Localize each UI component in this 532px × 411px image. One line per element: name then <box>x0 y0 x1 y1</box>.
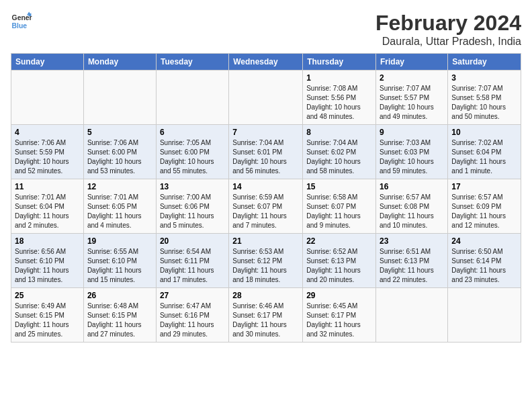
calendar-cell: 26Sunrise: 6:48 AM Sunset: 6:15 PM Dayli… <box>83 288 156 342</box>
title-area: February 2024 Daurala, Uttar Pradesh, In… <box>375 11 521 48</box>
day-info: Sunrise: 7:04 AM Sunset: 6:01 PM Dayligh… <box>232 138 299 176</box>
calendar-cell: 13Sunrise: 7:00 AM Sunset: 6:06 PM Dayli… <box>156 179 228 234</box>
calendar-week-row: 1Sunrise: 7:08 AM Sunset: 5:56 PM Daylig… <box>11 71 521 125</box>
day-number: 22 <box>306 236 372 246</box>
day-number: 25 <box>15 291 80 300</box>
calendar-cell: 29Sunrise: 6:45 AM Sunset: 6:17 PM Dayli… <box>303 288 376 342</box>
day-number: 21 <box>232 236 299 246</box>
weekday-header: Monday <box>83 54 156 71</box>
day-number: 9 <box>380 128 444 137</box>
day-info: Sunrise: 6:51 AM Sunset: 6:13 PM Dayligh… <box>380 247 444 285</box>
day-number: 28 <box>232 291 299 300</box>
day-info: Sunrise: 7:06 AM Sunset: 5:59 PM Dayligh… <box>15 138 80 176</box>
weekday-header: Tuesday <box>156 54 228 71</box>
day-info: Sunrise: 6:45 AM Sunset: 6:17 PM Dayligh… <box>306 302 372 339</box>
day-number: 13 <box>160 182 225 191</box>
weekday-header: Saturday <box>448 54 521 71</box>
day-info: Sunrise: 6:50 AM Sunset: 6:14 PM Dayligh… <box>451 247 517 285</box>
calendar-cell: 7Sunrise: 7:04 AM Sunset: 6:01 PM Daylig… <box>229 125 303 179</box>
calendar-cell: 23Sunrise: 6:51 AM Sunset: 6:13 PM Dayli… <box>376 234 448 288</box>
logo-icon: General Blue <box>11 11 32 32</box>
calendar-cell: 17Sunrise: 6:57 AM Sunset: 6:09 PM Dayli… <box>448 179 521 234</box>
calendar-cell: 6Sunrise: 7:05 AM Sunset: 6:00 PM Daylig… <box>156 125 228 179</box>
calendar-cell: 12Sunrise: 7:01 AM Sunset: 6:05 PM Dayli… <box>83 179 156 234</box>
calendar-body: 1Sunrise: 7:08 AM Sunset: 5:56 PM Daylig… <box>11 71 521 342</box>
day-number: 10 <box>451 128 517 137</box>
day-info: Sunrise: 7:03 AM Sunset: 6:03 PM Dayligh… <box>380 138 444 176</box>
calendar-week-row: 4Sunrise: 7:06 AM Sunset: 5:59 PM Daylig… <box>11 125 521 179</box>
calendar-cell <box>11 71 84 125</box>
day-info: Sunrise: 6:52 AM Sunset: 6:13 PM Dayligh… <box>306 247 372 285</box>
calendar-cell: 27Sunrise: 6:47 AM Sunset: 6:16 PM Dayli… <box>156 288 228 342</box>
day-number: 8 <box>306 128 372 137</box>
day-info: Sunrise: 7:00 AM Sunset: 6:06 PM Dayligh… <box>160 193 225 230</box>
day-info: Sunrise: 7:04 AM Sunset: 6:02 PM Dayligh… <box>306 138 372 176</box>
day-number: 14 <box>232 182 299 191</box>
calendar-cell <box>376 288 448 342</box>
calendar-cell: 20Sunrise: 6:54 AM Sunset: 6:11 PM Dayli… <box>156 234 228 288</box>
day-info: Sunrise: 6:48 AM Sunset: 6:15 PM Dayligh… <box>87 302 152 339</box>
day-number: 15 <box>306 182 372 191</box>
day-number: 27 <box>160 291 225 300</box>
day-number: 17 <box>451 182 517 191</box>
day-number: 29 <box>306 291 372 300</box>
calendar-cell: 15Sunrise: 6:58 AM Sunset: 6:07 PM Dayli… <box>303 179 376 234</box>
header: General Blue February 2024 Daurala, Utta… <box>11 11 521 48</box>
day-info: Sunrise: 6:54 AM Sunset: 6:11 PM Dayligh… <box>160 247 225 285</box>
day-number: 7 <box>232 128 299 137</box>
day-info: Sunrise: 6:59 AM Sunset: 6:07 PM Dayligh… <box>232 193 299 230</box>
day-number: 23 <box>380 236 444 246</box>
day-info: Sunrise: 7:07 AM Sunset: 5:57 PM Dayligh… <box>380 84 444 122</box>
day-number: 3 <box>451 73 517 83</box>
calendar-cell: 10Sunrise: 7:02 AM Sunset: 6:04 PM Dayli… <box>448 125 521 179</box>
calendar-cell: 16Sunrise: 6:57 AM Sunset: 6:08 PM Dayli… <box>376 179 448 234</box>
calendar-cell: 24Sunrise: 6:50 AM Sunset: 6:14 PM Dayli… <box>448 234 521 288</box>
day-number: 18 <box>15 236 80 246</box>
calendar-cell: 18Sunrise: 6:56 AM Sunset: 6:10 PM Dayli… <box>11 234 84 288</box>
day-info: Sunrise: 7:02 AM Sunset: 6:04 PM Dayligh… <box>451 138 517 176</box>
day-number: 2 <box>380 73 444 83</box>
day-number: 6 <box>160 128 225 137</box>
day-info: Sunrise: 6:55 AM Sunset: 6:10 PM Dayligh… <box>87 247 152 285</box>
day-number: 11 <box>15 182 80 191</box>
day-number: 5 <box>87 128 152 137</box>
svg-text:Blue: Blue <box>12 22 28 30</box>
day-info: Sunrise: 6:57 AM Sunset: 6:09 PM Dayligh… <box>451 193 517 230</box>
day-info: Sunrise: 6:47 AM Sunset: 6:16 PM Dayligh… <box>160 302 225 339</box>
calendar-cell: 11Sunrise: 7:01 AM Sunset: 6:04 PM Dayli… <box>11 179 84 234</box>
calendar-cell: 28Sunrise: 6:46 AM Sunset: 6:17 PM Dayli… <box>229 288 303 342</box>
day-info: Sunrise: 6:56 AM Sunset: 6:10 PM Dayligh… <box>15 247 80 285</box>
calendar-cell: 1Sunrise: 7:08 AM Sunset: 5:56 PM Daylig… <box>303 71 376 125</box>
calendar-cell: 22Sunrise: 6:52 AM Sunset: 6:13 PM Dayli… <box>303 234 376 288</box>
calendar-cell: 25Sunrise: 6:49 AM Sunset: 6:15 PM Dayli… <box>11 288 84 342</box>
day-info: Sunrise: 6:58 AM Sunset: 6:07 PM Dayligh… <box>306 193 372 230</box>
calendar-cell: 3Sunrise: 7:07 AM Sunset: 5:58 PM Daylig… <box>448 71 521 125</box>
calendar-cell: 5Sunrise: 7:06 AM Sunset: 6:00 PM Daylig… <box>83 125 156 179</box>
calendar-cell: 8Sunrise: 7:04 AM Sunset: 6:02 PM Daylig… <box>303 125 376 179</box>
day-info: Sunrise: 7:06 AM Sunset: 6:00 PM Dayligh… <box>87 138 152 176</box>
location-title: Daurala, Uttar Pradesh, India <box>375 36 521 48</box>
day-number: 24 <box>451 236 517 246</box>
calendar-cell: 2Sunrise: 7:07 AM Sunset: 5:57 PM Daylig… <box>376 71 448 125</box>
logo: General Blue <box>11 11 32 32</box>
day-info: Sunrise: 7:01 AM Sunset: 6:04 PM Dayligh… <box>15 193 80 230</box>
calendar-cell: 21Sunrise: 6:53 AM Sunset: 6:12 PM Dayli… <box>229 234 303 288</box>
weekday-header: Wednesday <box>229 54 303 71</box>
calendar-cell: 19Sunrise: 6:55 AM Sunset: 6:10 PM Dayli… <box>83 234 156 288</box>
day-info: Sunrise: 7:08 AM Sunset: 5:56 PM Dayligh… <box>306 84 372 122</box>
day-number: 1 <box>306 73 372 83</box>
day-info: Sunrise: 6:46 AM Sunset: 6:17 PM Dayligh… <box>232 302 299 339</box>
calendar-cell <box>156 71 228 125</box>
month-title: February 2024 <box>375 11 521 36</box>
calendar-header-row: SundayMondayTuesdayWednesdayThursdayFrid… <box>11 54 521 71</box>
day-number: 16 <box>380 182 444 191</box>
calendar-cell <box>448 288 521 342</box>
day-info: Sunrise: 6:53 AM Sunset: 6:12 PM Dayligh… <box>232 247 299 285</box>
calendar-week-row: 18Sunrise: 6:56 AM Sunset: 6:10 PM Dayli… <box>11 234 521 288</box>
day-info: Sunrise: 6:57 AM Sunset: 6:08 PM Dayligh… <box>380 193 444 230</box>
calendar-cell: 14Sunrise: 6:59 AM Sunset: 6:07 PM Dayli… <box>229 179 303 234</box>
day-number: 4 <box>15 128 80 137</box>
day-info: Sunrise: 6:49 AM Sunset: 6:15 PM Dayligh… <box>15 302 80 339</box>
day-number: 26 <box>87 291 152 300</box>
day-info: Sunrise: 7:05 AM Sunset: 6:00 PM Dayligh… <box>160 138 225 176</box>
